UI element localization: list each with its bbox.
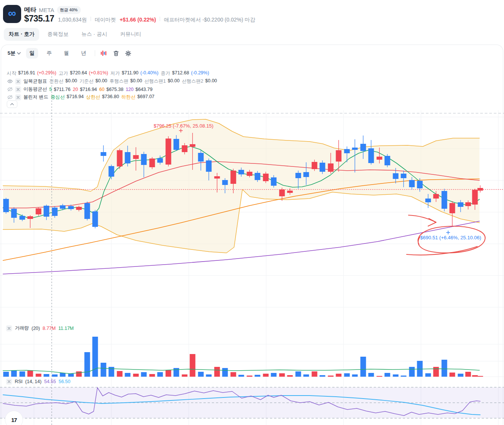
bb-lower-label: 하한선 xyxy=(121,94,136,100)
tab-stock-info[interactable]: 종목정보 xyxy=(42,28,73,41)
close-icon[interactable] xyxy=(15,86,21,92)
volume-param: (20) xyxy=(32,326,40,331)
volume-value-2: 11.17M xyxy=(58,326,74,331)
low-pct: (-0.40%) xyxy=(140,70,159,77)
stock-ticker: META xyxy=(39,7,54,13)
tab-chart-quote[interactable]: 차트 · 호가 xyxy=(4,28,39,41)
interval-dropdown[interactable]: 5분 xyxy=(8,50,21,57)
period-day-button[interactable]: 일 xyxy=(26,48,38,59)
ma20-value: $716.94 xyxy=(80,87,97,92)
divider xyxy=(91,17,91,21)
volume-value-1: 8.77M xyxy=(43,326,56,331)
rsi-value-2: 56.50 xyxy=(59,379,70,384)
stock-title: 메타 META 현금 40% xyxy=(24,6,81,14)
open-pct: (+0.29%) xyxy=(37,70,56,77)
close-icon[interactable] xyxy=(15,94,21,100)
ma20-period: 20 xyxy=(73,87,78,92)
close-icon[interactable] xyxy=(6,379,12,385)
rsi-param: (14, 14) xyxy=(25,379,42,384)
divider xyxy=(160,17,160,21)
bb-mid-value: $716.94 xyxy=(66,94,83,100)
high-value: $720.64 xyxy=(70,70,87,77)
senkou1-value: $0.00 xyxy=(168,78,179,85)
ma-legend: 이동평균선 5$711.76 20$716.94 60$675.38 120$6… xyxy=(7,86,153,92)
kijun-value: $0.00 xyxy=(96,78,107,85)
close-label: 종가 xyxy=(161,70,170,77)
ma120-period: 120 xyxy=(126,87,134,92)
bollinger-legend: 볼린저 밴드 중심선$716.94 상한선$736.80 하한선$697.07 xyxy=(7,94,154,100)
kijun-label: 기준선 xyxy=(79,78,94,85)
trash-icon[interactable] xyxy=(113,50,119,57)
chikou-value: $0.00 xyxy=(130,78,142,85)
bb-upper-label: 상한선 xyxy=(86,94,100,100)
close-icon[interactable] xyxy=(6,325,12,331)
tradingview-glyph: 17 xyxy=(11,417,17,423)
high-pct: (+0.81%) xyxy=(89,70,108,77)
senkou2-value: $0.00 xyxy=(205,78,217,85)
ma60-period: 60 xyxy=(99,87,105,92)
open-label: 시작 xyxy=(7,70,16,77)
high-point-annotation: $796.25 (-7.67%, 25.08.15) xyxy=(154,123,213,129)
current-price: $735.17 xyxy=(24,14,54,24)
infinity-icon: ∞ xyxy=(8,8,16,19)
bb-mid-label: 중심선 xyxy=(51,94,65,100)
ohlc-legend: 시작$716.91(+0.29%) 고가$720.64(+0.81%) 저가$7… xyxy=(7,70,209,77)
close-icon[interactable] xyxy=(15,79,21,85)
eye-off-icon[interactable] xyxy=(7,86,13,92)
cash-badge: 현금 40% xyxy=(57,6,81,14)
period-week-button[interactable]: 주 xyxy=(43,48,55,59)
volume-indicator-row: 거래량 (20) 8.77M 11.17M xyxy=(6,325,74,331)
rsi-name: RSI xyxy=(15,379,23,384)
day-change: +$1.66 (0.22%) xyxy=(120,17,156,23)
senkou2-label: 선행스팬2 xyxy=(182,78,203,85)
toolbar-divider xyxy=(95,50,95,56)
high-label: 고가 xyxy=(59,70,68,77)
after-market-text: 애프터마켓에서 -$0.2200 (0.02%) 마감 xyxy=(164,17,255,23)
tenkan-value: $0.00 xyxy=(65,78,77,85)
eye-off-icon[interactable] xyxy=(7,94,13,100)
low-point-annotation: $690.51 (+6.46%, 25.10.06) xyxy=(420,235,481,240)
chevron-down-icon xyxy=(17,52,21,55)
meta-logo: ∞ xyxy=(3,5,21,23)
tab-news[interactable]: 뉴스 · 공시 xyxy=(76,28,112,41)
chart-style-icon[interactable] xyxy=(100,50,107,57)
rsi-value-1: 54.55 xyxy=(44,379,56,384)
price-row: $735.17 1,030,634원 데이마켓 +$1.66 (0.22%) 애… xyxy=(24,14,255,24)
price-krw: 1,030,634원 xyxy=(58,17,87,23)
ma5-value: $711.76 xyxy=(54,87,70,92)
period-year-button[interactable]: 년 xyxy=(78,48,90,59)
main-tabbar: 차트 · 호가 종목정보 뉴스 · 공시 커뮤니티 xyxy=(4,28,146,41)
low-label: 저가 xyxy=(111,70,120,77)
close-value: $712.68 xyxy=(172,70,189,77)
ma5-period: 5 xyxy=(49,87,52,92)
period-month-button[interactable]: 월 xyxy=(60,48,72,59)
ma-name: 이동평균선 xyxy=(23,86,47,92)
day-market-label: 데이마켓 xyxy=(95,17,116,23)
ma60-value: $675.38 xyxy=(106,87,123,92)
gear-icon[interactable] xyxy=(125,50,131,57)
bb-upper-value: $736.80 xyxy=(102,94,119,100)
interval-label: 5분 xyxy=(8,50,15,57)
eye-icon[interactable] xyxy=(7,79,13,85)
chevron-up-icon xyxy=(10,103,14,105)
chart-toolbar: 5분 일 주 월 년 xyxy=(8,48,131,58)
ma120-value: $643.79 xyxy=(136,87,153,92)
senkou1-label: 선행스팬1 xyxy=(144,78,166,85)
bb-lower-value: $697.07 xyxy=(137,94,154,100)
legend-collapse-button[interactable] xyxy=(7,100,17,108)
close-pct: (-0.29%) xyxy=(191,70,209,77)
tenkan-label: 전환선 xyxy=(49,78,64,85)
open-value: $716.91 xyxy=(18,70,35,77)
chikou-label: 후행스팬 xyxy=(109,78,128,85)
tab-community[interactable]: 커뮤니티 xyxy=(115,28,146,41)
ichimoku-name: 일목균형표 xyxy=(23,78,47,85)
volume-name: 거래량 xyxy=(15,325,29,331)
bb-name: 볼린저 밴드 xyxy=(23,94,48,100)
rsi-indicator-row: RSI (14, 14) 54.55 56.50 xyxy=(6,379,71,385)
low-value: $711.90 xyxy=(122,70,139,77)
ichimoku-legend: 일목균형표 전환선$0.00 기준선$0.00 후행스팬$0.00 선행스팬1$… xyxy=(7,78,217,85)
stock-name-kr: 메타 xyxy=(24,6,36,14)
